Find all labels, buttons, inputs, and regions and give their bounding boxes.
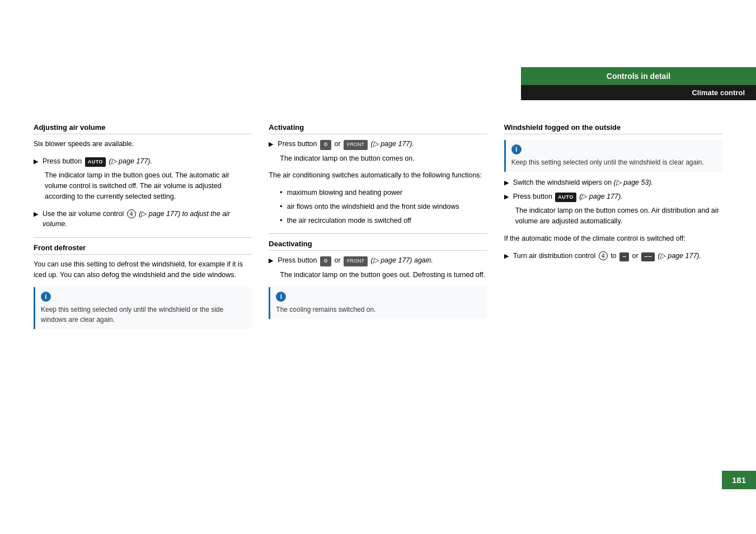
bullet-activating-press: ▶ Press button ⚙ or FRONT (▷ page 177). [269,139,487,150]
bullet-press-auto: ▶ Press button AUTO (▷ page 177). [34,156,252,167]
air-volume-text: Use the air volume control 4 (▷ page 177… [43,209,252,230]
btn-front-icon-1: FRONT [344,140,368,150]
bullet-air-distribution: ▶ Turn air distribution control 4 to ⇀ o… [504,251,722,261]
circle-4-2: 4 [599,251,608,260]
deactivating-press-text: Press button ⚙ or FRONT (▷ page 177) aga… [278,255,433,266]
page-ref-177-4: (▷ page 177) again. [371,256,433,264]
dot-icon-1: • [280,188,282,198]
column-2: Activating ▶ Press button ⚙ or FRONT (▷ … [269,123,504,335]
btn-wind-1: ⇀ [619,252,629,261]
circle-4-1: 4 [127,209,136,218]
header-band: Controls in detail Climate control [521,67,756,100]
ac-functions-list: • maximum blowing and heating power • ai… [280,188,487,226]
page-number-badge: 181 [722,471,756,489]
page-ref-177-6: (▷ page 177). [658,252,701,260]
info-icon-3: i [511,144,522,154]
page-ref-177-3: (▷ page 177). [371,140,414,148]
activating-indicator-note: The indicator lamp on the button comes o… [280,153,487,164]
info-icon-2: i [276,292,286,302]
infobox-windshield-text: Keep this setting selected only until th… [511,157,717,167]
wipers-on-text: Switch the windshield wipers on (▷ page … [513,177,653,188]
dot-icon-2: • [280,202,282,212]
section-front-defroster-title: Front defroster [34,243,252,255]
bullet-press-auto-windshield: ▶ Press button AUTO (▷ page 177). [504,191,722,203]
air-distribution-text: Turn air distribution control 4 to ⇀ or … [513,251,701,261]
section-windshield-fogged-title: Windshield fogged on the outside [504,123,722,134]
dot-max-blowing: • maximum blowing and heating power [280,188,487,198]
arrow-icon-3: ▶ [269,139,273,149]
infobox-front-defroster-text: Keep this setting selected only until th… [41,305,246,325]
dot-icon-3: • [280,216,282,226]
dot-max-blowing-text: maximum blowing and heating power [287,188,402,198]
btn-defroster-icon-1: ⚙ [320,140,331,150]
infobox-front-defroster: i Keep this setting selected only until … [34,287,252,329]
activating-press-text: Press button ⚙ or FRONT (▷ page 177). [278,139,414,150]
page-ref-53: (▷ page 53). [614,179,653,186]
info-icon-1: i [41,292,51,302]
section-activating-title: Activating [269,123,487,134]
dot-recirculation-text: the air recirculation mode is switched o… [287,216,411,226]
infobox-cooling-text: The cooling remains switched on. [276,305,481,315]
arrow-icon-5: ▶ [504,178,509,188]
infobox-windshield: i Keep this setting selected only until … [504,140,722,172]
content-area: Adjusting air volume Six blower speeds a… [34,123,722,335]
arrow-icon-2: ▶ [34,209,38,219]
dot-recirculation: • the air recirculation mode is switched… [280,216,487,226]
arrow-icon: ▶ [34,157,38,166]
arrow-icon-4: ▶ [269,256,273,265]
header-section-label: Climate control [521,85,756,100]
page-ref-177-2: (▷ page 177) to adjust the air volume. [43,210,230,228]
auto-button-label-2: AUTO [555,193,576,203]
page-container: Controls in detail Climate control 181 A… [0,0,756,534]
divider-2 [269,233,487,234]
press-auto-windshield-text: Press button AUTO (▷ page 177). [513,191,623,203]
arrow-icon-6: ▶ [504,192,509,202]
btn-wind-2: ⇀⇀ [641,252,655,261]
section-adjusting-air-volume-title: Adjusting air volume [34,123,252,134]
auto-indicator-desc: The indicator lamp in the button goes ou… [45,170,252,202]
section-deactivating-title: Deactivating [269,240,487,251]
bullet-wipers-on: ▶ Switch the windshield wipers on (▷ pag… [504,177,722,188]
btn-defroster-icon-2: ⚙ [320,256,331,266]
arrow-icon-7: ▶ [504,251,509,261]
column-3: Windshield fogged on the outside i Keep … [504,123,722,335]
auto-button-label: AUTO [85,157,106,167]
bullet-deactivating-press: ▶ Press button ⚙ or FRONT (▷ page 177) a… [269,255,487,266]
dot-air-flows: • air flows onto the windshield and the … [280,202,487,212]
section-adjusting-air-volume-intro: Six blower speeds are available. [34,139,252,149]
column-1: Adjusting air volume Six blower speeds a… [34,123,269,335]
page-ref-177-5: (▷ page 177). [579,193,622,200]
page-ref-177-1: (▷ page 177). [109,157,152,165]
divider-1 [34,237,252,238]
infobox-cooling: i The cooling remains switched on. [269,287,487,319]
btn-front-icon-2: FRONT [344,256,368,266]
bullet-auto-text: Press button AUTO (▷ page 177). [43,156,152,167]
header-controls-label: Controls in detail [521,67,756,85]
auto-indicator-note-windshield: The indicator lamp on the button comes o… [515,205,722,227]
deactivating-indicator-note: The indicator lamp on the button goes ou… [280,270,487,280]
ac-switches-text: The air conditioning switches automatica… [269,170,487,181]
auto-off-note: If the automatic mode of the climate con… [504,233,722,244]
dot-air-flows-text: air flows onto the windshield and the fr… [287,202,459,212]
section-front-defroster-body: You can use this setting to defrost the … [34,259,252,280]
bullet-air-volume-control: ▶ Use the air volume control 4 (▷ page 1… [34,209,252,230]
